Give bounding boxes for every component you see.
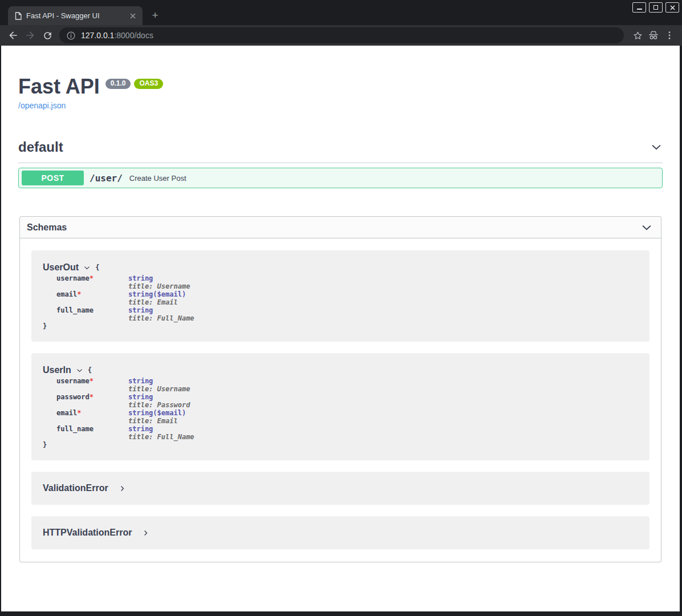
endpoint-summary: Create User Post <box>129 174 186 183</box>
chevron-down-icon <box>76 367 83 374</box>
schemas-section: Schemas UserOut { username* stringtitle:… <box>19 216 661 562</box>
property-row: full_name stringtitle: Full_Name <box>43 425 638 441</box>
address-bar[interactable]: 127.0.0.1:8000/docs <box>59 27 624 43</box>
property-type: string($email) <box>128 409 186 417</box>
page-title: Fast API <box>18 75 100 98</box>
maximize-icon <box>653 5 658 10</box>
property-name: email <box>56 290 77 298</box>
browser-window: Fast API - Swagger UI + 127.0.0.1:8000/d… <box>0 0 682 616</box>
version-badge: 0.1.0 <box>105 79 131 89</box>
url-text: 127.0.0.1:8000/docs <box>81 31 153 40</box>
model-userout: UserOut { username* stringtitle: Usernam… <box>31 250 649 342</box>
tab-title: Fast API - Swagger UI <box>26 11 123 20</box>
chevron-down-icon[interactable] <box>650 141 663 153</box>
property-type: string <box>128 377 153 385</box>
chevron-down-icon <box>83 264 91 271</box>
property-name: email <box>56 409 77 417</box>
model-httpvalidationerror[interactable]: HTTPValidationError <box>31 516 649 549</box>
property-type: string <box>128 393 153 401</box>
schemas-header[interactable]: Schemas <box>20 217 661 238</box>
tag-name: default <box>18 139 63 155</box>
model-userin-toggle[interactable]: UserIn { <box>43 364 638 376</box>
close-brace: } <box>43 322 638 330</box>
minimize-icon <box>637 9 642 10</box>
incognito-icon <box>648 30 659 40</box>
plus-icon: + <box>152 9 158 22</box>
property-type: string <box>128 425 153 433</box>
property-title: title: Username <box>128 385 190 393</box>
window-controls <box>632 2 679 13</box>
model-userout-toggle[interactable]: UserOut { <box>43 262 638 273</box>
required-star: * <box>90 274 94 282</box>
star-icon <box>632 30 643 41</box>
required-star: * <box>77 290 81 298</box>
model-name: ValidationError <box>43 483 108 494</box>
property-row: password* stringtitle: Password <box>43 393 638 409</box>
new-tab-button[interactable]: + <box>148 9 162 22</box>
openapi-json-link[interactable]: /openapi.json <box>18 101 66 110</box>
model-name: UserOut <box>43 262 79 273</box>
browser-toolbar: 127.0.0.1:8000/docs <box>0 25 682 46</box>
property-type: string <box>128 306 153 314</box>
property-row: username* stringtitle: Username <box>43 377 638 393</box>
property-name: full_name <box>56 306 94 314</box>
property-name: full_name <box>56 425 94 433</box>
model-name: HTTPValidationError <box>43 527 132 538</box>
endpoint-post-user[interactable]: POST /user/ Create User Post <box>18 168 663 188</box>
endpoint-path: /user/ <box>90 173 123 184</box>
property-title: title: Email <box>128 298 178 306</box>
forward-button[interactable] <box>22 27 39 44</box>
forward-arrow-icon <box>25 30 36 41</box>
property-row: email* string($email)title: Email <box>43 409 638 425</box>
browser-menu-button[interactable] <box>661 27 677 43</box>
browser-tab[interactable]: Fast API - Swagger UI <box>8 6 143 25</box>
url-path: :8000/docs <box>114 31 153 40</box>
close-icon <box>670 5 675 10</box>
tag-header-default[interactable]: default <box>18 139 663 163</box>
back-button[interactable] <box>5 27 22 44</box>
required-star: * <box>77 409 81 417</box>
property-title: title: Full_Name <box>128 433 194 441</box>
kebab-menu-icon <box>664 30 675 40</box>
bookmark-button[interactable] <box>630 27 646 43</box>
chevron-right-icon <box>119 485 126 492</box>
maximize-button[interactable] <box>649 2 663 13</box>
close-brace: } <box>43 441 638 449</box>
tag-section-default: default POST /user/ Create User Post <box>18 139 663 188</box>
url-host: 127.0.0.1 <box>81 31 114 40</box>
schemas-heading: Schemas <box>27 222 67 233</box>
page-file-icon <box>15 12 22 20</box>
property-name: username <box>56 274 90 282</box>
property-title: title: Full_Name <box>128 314 194 322</box>
oas3-badge: OAS3 <box>134 79 163 89</box>
property-title: title: Username <box>128 282 190 290</box>
http-method-badge: POST <box>22 171 84 185</box>
chevron-down-icon[interactable] <box>640 221 653 234</box>
chevron-right-icon <box>142 529 149 537</box>
property-row: full_name stringtitle: Full_Name <box>43 306 638 322</box>
back-arrow-icon <box>7 30 19 41</box>
property-name: username <box>56 377 90 385</box>
model-userin: UserIn { username* stringtitle: Username… <box>31 353 649 460</box>
reload-button[interactable] <box>39 27 56 44</box>
tab-close-icon[interactable] <box>128 11 138 21</box>
profile-button[interactable] <box>646 27 661 43</box>
badges: 0.1.0 OAS3 <box>105 79 163 89</box>
property-title: title: Password <box>128 401 190 409</box>
reload-icon <box>42 30 53 41</box>
site-info-icon[interactable] <box>66 31 76 40</box>
property-type: string($email) <box>128 290 186 298</box>
swagger-page: Fast API 0.1.0 OAS3 /openapi.json defaul… <box>1 46 680 611</box>
property-name: password <box>56 393 90 401</box>
close-button[interactable] <box>665 2 679 13</box>
api-info: Fast API 0.1.0 OAS3 /openapi.json <box>1 46 680 111</box>
models-list: UserOut { username* stringtitle: Usernam… <box>20 238 661 562</box>
property-row: email* string($email)title: Email <box>43 290 638 306</box>
minimize-button[interactable] <box>632 2 646 13</box>
required-star: * <box>90 377 94 385</box>
open-brace: { <box>95 264 99 271</box>
model-validationerror[interactable]: ValidationError <box>31 472 649 505</box>
required-star: * <box>90 393 94 401</box>
property-type: string <box>128 274 153 282</box>
open-brace: { <box>88 366 92 374</box>
